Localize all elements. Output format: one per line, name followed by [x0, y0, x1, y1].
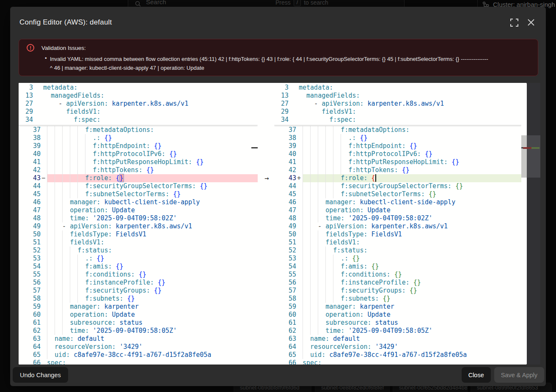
- line-number: 54: [19, 263, 41, 271]
- diff-line-marker: [41, 319, 47, 327]
- line-number: 58: [19, 295, 41, 303]
- code-text: name: default: [303, 335, 521, 343]
- code-text: f:httpTokens: {}: [303, 166, 521, 174]
- overview-viewport-indicator[interactable]: [527, 135, 540, 178]
- code-line: 66spec:: [19, 359, 258, 365]
- code-text: f:status:: [303, 247, 521, 255]
- code-text: f:securityGroupSelectorTerms: {}: [303, 182, 521, 190]
- code-line: 40f:httpProtocolIPv6: {}: [274, 150, 521, 158]
- validation-heading: Validation Issues:: [41, 45, 86, 51]
- overview-added-mark: [531, 147, 539, 149]
- code-text: subresource: status: [47, 319, 258, 327]
- line-number: 34: [274, 116, 289, 124]
- diff-line-marker: [296, 190, 303, 198]
- diff-line-marker: [41, 150, 47, 158]
- diff-line-marker: [296, 206, 303, 214]
- diff-original-pane[interactable]: 3metadata:13 managedFields:27 - apiVersi…: [19, 83, 258, 365]
- code-line: 48time: '2025-09-04T09:58:02Z': [274, 214, 521, 222]
- line-number: 13: [19, 92, 33, 100]
- line-number: 63: [274, 335, 296, 343]
- line-number: 34: [19, 116, 33, 124]
- footer-actions: Close Save & Apply: [462, 367, 544, 383]
- code-line: 63name: default: [274, 335, 521, 343]
- line-number: 45: [274, 190, 296, 198]
- code-line: 44f:securityGroupSelectorTerms: {}: [274, 182, 521, 190]
- code-text: f:securityGroupSelectorTerms: {}: [47, 182, 258, 190]
- diff-line-marker: [289, 84, 299, 92]
- line-number: 47: [274, 206, 296, 214]
- code-line: 43+f:role: {: [274, 174, 521, 182]
- fullscreen-button[interactable]: [509, 19, 519, 28]
- scrollbar-thumb[interactable]: [521, 135, 527, 178]
- code-line: 38.: {}: [19, 134, 258, 142]
- code-line: 60operation: Update: [274, 311, 521, 319]
- close-dialog-button[interactable]: [526, 18, 536, 27]
- code-text: resourceVersion: '3429': [303, 343, 521, 351]
- line-number: 43: [19, 174, 41, 182]
- code-text: time: '2025-09-04T09:58:05Z': [47, 327, 258, 335]
- code-text: operation: Update: [47, 206, 258, 214]
- diff-line-marker: [41, 230, 47, 238]
- code-line: 59manager: karpenter: [274, 303, 521, 311]
- validation-bullet: •: [45, 55, 47, 61]
- line-number: 48: [19, 214, 41, 222]
- code-text: metadata:: [43, 84, 258, 92]
- diff-line-marker: [41, 359, 47, 365]
- code-text: f:spec:: [299, 116, 521, 124]
- validation-message-line1: Invalid YAML: missed comma between flow …: [50, 55, 537, 63]
- code-line: 39f:httpEndpoint: {}: [19, 142, 258, 150]
- code-text: f:httpEndpoint: {}: [47, 142, 258, 150]
- code-line: 65uid: c8afe97e-38cc-4f91-a767-d15f2a8fe…: [19, 351, 258, 359]
- diff-line-marker: [296, 158, 303, 166]
- close-button[interactable]: Close: [462, 367, 491, 383]
- code-line: 61subresource: status: [274, 319, 521, 327]
- code-text: f:subnetSelectorTerms: {}: [47, 190, 258, 198]
- line-number: 41: [19, 158, 41, 166]
- code-line: 55f:conditions: {}: [19, 271, 258, 279]
- code-line: 44f:securityGroupSelectorTerms: {}: [19, 182, 258, 190]
- code-text: f:securityGroups: {}: [47, 287, 258, 295]
- code-line: 48time: '2025-09-04T09:58:02Z': [19, 214, 258, 222]
- validation-message-line2: ^ 46 | manager: kubectl-client-side-appl…: [50, 64, 537, 72]
- code-line: 52f:status:: [274, 247, 521, 255]
- undo-changes-button[interactable]: Undo Changes: [13, 367, 68, 383]
- code-line: 29 fieldsV1:: [19, 108, 258, 116]
- diff-line-marker: [296, 327, 303, 335]
- code-line: 55f:conditions: {}: [274, 271, 521, 279]
- code-line: 13 managedFields:: [19, 92, 258, 100]
- line-number: 52: [274, 247, 296, 255]
- code-line: 57f:securityGroups: {}: [19, 287, 258, 295]
- save-apply-button[interactable]: Save & Apply: [494, 367, 544, 383]
- code-line: 54f:amis: {}: [19, 263, 258, 271]
- line-number: 52: [19, 247, 41, 255]
- code-line: 29 fieldsV1:: [274, 108, 521, 116]
- revert-change-arrow[interactable]: →: [262, 174, 271, 182]
- diff-line-marker: [41, 247, 47, 255]
- diff-line-marker: [41, 182, 47, 190]
- line-number: 53: [274, 255, 296, 263]
- line-number: 63: [19, 335, 41, 343]
- code-text: .: {}: [47, 255, 258, 263]
- diff-modified-pane[interactable]: 3metadata:13 managedFields:27 - apiVersi…: [274, 83, 521, 365]
- collapsed-unchanged-region[interactable]: 3metadata:13 managedFields:27 - apiVersi…: [19, 83, 258, 125]
- line-number: 57: [274, 287, 296, 295]
- diff-line-marker: [41, 343, 47, 351]
- line-number: 37: [274, 126, 296, 134]
- code-text: subresource: status: [303, 319, 521, 327]
- code-line: 46manager: kubectl-client-side-apply: [274, 198, 521, 206]
- collapsed-unchanged-region[interactable]: 3metadata:13 managedFields:27 - apiVersi…: [274, 83, 521, 125]
- close-icon: [527, 18, 535, 27]
- code-line: 62time: '2025-09-04T09:58:05Z': [274, 327, 521, 335]
- code-line: 59manager: karpenter: [19, 303, 258, 311]
- line-number: 57: [19, 287, 41, 295]
- diff-line-marker: [296, 255, 303, 263]
- diff-line-marker: [296, 303, 303, 311]
- line-number: 66: [274, 359, 296, 365]
- code-text: f:spec:: [43, 116, 258, 124]
- diff-line-marker: [296, 343, 303, 351]
- validation-banner: ! Validation Issues: • Invalid YAML: mis…: [19, 39, 538, 76]
- code-text: manager: karpenter: [303, 303, 521, 311]
- line-number: 29: [274, 108, 289, 116]
- code-line: 40f:httpProtocolIPv6: {}: [19, 150, 258, 158]
- diff-editor-sash[interactable]: [258, 83, 274, 365]
